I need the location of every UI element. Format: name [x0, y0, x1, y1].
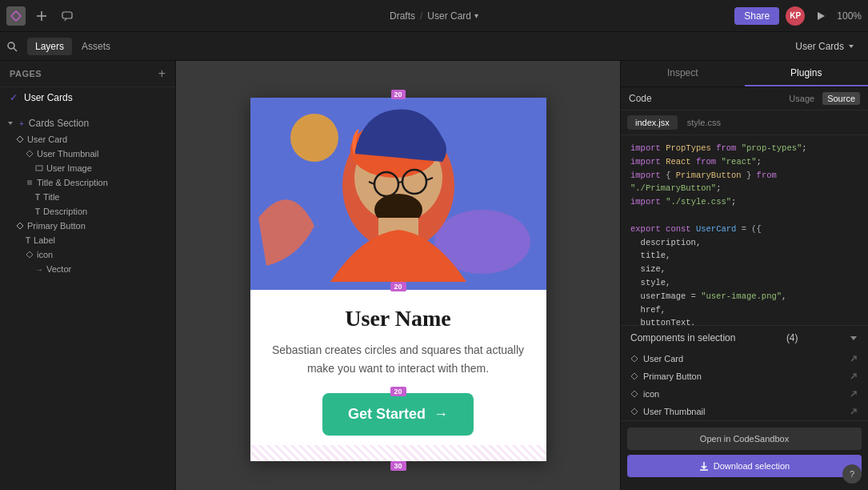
- diamond-icon: [26, 251, 34, 259]
- svg-marker-5: [849, 45, 854, 48]
- breadcrumb: Drafts / User Card ▾: [182, 10, 686, 22]
- zoom-level[interactable]: 100%: [837, 10, 862, 22]
- code-line-1: import PropTypes from "prop-types";: [630, 142, 858, 155]
- drafts-link[interactable]: Drafts: [390, 10, 415, 22]
- code-line-8: size,: [630, 263, 858, 276]
- comment-icon[interactable]: [58, 6, 77, 26]
- breadcrumb-separator: /: [420, 10, 422, 22]
- assets-tab[interactable]: Assets: [74, 38, 118, 55]
- canvas-area[interactable]: User Card 20: [176, 61, 620, 490]
- right-panel-tabs: Inspect Plugins: [621, 61, 868, 87]
- open-sandbox-button[interactable]: Open in CodeSandbox: [627, 428, 862, 450]
- style-css-tab[interactable]: style.css: [679, 115, 729, 130]
- components-chevron-icon[interactable]: [849, 333, 858, 343]
- components-title: Components in selection: [630, 332, 735, 343]
- section-plus-icon: +: [19, 119, 24, 128]
- layer-vector[interactable]: → Vector: [0, 262, 175, 276]
- help-section: ?: [621, 484, 868, 490]
- code-header-label: Code: [629, 93, 652, 104]
- layer-title-desc[interactable]: Title & Description: [0, 175, 175, 190]
- comp-link-icon: [849, 389, 858, 399]
- pages-title: Pages: [10, 69, 42, 78]
- svg-line-24: [398, 182, 402, 183]
- share-button[interactable]: Share: [734, 7, 779, 25]
- layers-tab[interactable]: Layers: [27, 38, 72, 55]
- user-cards-button[interactable]: User Cards: [789, 38, 862, 55]
- card-body: User Name Sebastian creates circles and …: [250, 290, 546, 461]
- page-item-usercards[interactable]: ✓ User Cards: [0, 87, 175, 108]
- cards-section-header[interactable]: + Cards Section: [0, 114, 175, 132]
- dashed-bottom-area: [250, 445, 546, 461]
- layer-user-thumbnail[interactable]: User Thumbnail: [0, 147, 175, 161]
- comp-item-userthumbnail[interactable]: User Thumbnail: [621, 403, 868, 420]
- get-started-button[interactable]: Get Started →: [322, 393, 474, 436]
- topbar: Drafts / User Card ▾ Share KP 100%: [0, 0, 868, 32]
- download-icon: [699, 461, 709, 471]
- layers-section: + Cards Section User Card User Thumbnail: [0, 108, 175, 490]
- code-line-11: href,: [630, 303, 858, 317]
- current-page[interactable]: User Card ▾: [427, 10, 478, 22]
- topbar-right: Share KP 100%: [686, 6, 862, 26]
- move-tool-icon[interactable]: [32, 6, 51, 26]
- diamond-icon: [16, 135, 24, 143]
- code-line-6: description,: [630, 236, 858, 250]
- search-button[interactable]: [6, 41, 18, 52]
- comp-link-icon: [849, 372, 858, 381]
- index-jsx-tab[interactable]: index.jsx: [627, 115, 678, 130]
- usage-source-tabs: Usage Source: [784, 92, 860, 105]
- layer-primary-button[interactable]: Primary Button: [0, 219, 175, 233]
- spacing-badge-top: 20: [390, 90, 405, 99]
- present-icon[interactable]: [811, 6, 830, 26]
- bottom-actions: Open in CodeSandbox Download selection: [621, 420, 868, 484]
- code-line-5: export const UserCard = ({: [630, 223, 858, 236]
- help-button[interactable]: ?: [842, 464, 862, 484]
- user-card: 20 User Name Sebastian creates circles a…: [250, 98, 546, 461]
- add-page-button[interactable]: +: [158, 67, 166, 80]
- file-tabs: index.jsx style.css: [621, 110, 868, 135]
- layer-title[interactable]: T Title: [0, 190, 175, 204]
- layer-user-card[interactable]: User Card: [0, 132, 175, 147]
- svg-marker-2: [818, 12, 825, 20]
- code-blank-1: [630, 209, 858, 223]
- app-root: Drafts / User Card ▾ Share KP 100% Layer…: [0, 0, 868, 490]
- spacing-badge-inner: 20: [390, 387, 406, 396]
- layer-label[interactable]: T Label: [0, 233, 175, 247]
- text-icon: T: [35, 193, 40, 202]
- download-selection-button[interactable]: Download selection: [627, 455, 862, 477]
- svg-marker-29: [850, 336, 857, 340]
- code-line-3: import { PrimaryButton } from "./Primary…: [630, 169, 858, 196]
- app-logo[interactable]: [6, 6, 26, 26]
- card-user-name: User Name: [266, 306, 530, 331]
- left-panel: Pages + ✓ User Cards + Cards Section Use…: [0, 61, 176, 490]
- svg-marker-14: [26, 251, 33, 258]
- diamond-icon: [26, 150, 34, 158]
- image-icon: [35, 164, 43, 172]
- svg-point-17: [290, 114, 338, 162]
- svg-marker-32: [631, 391, 638, 397]
- code-line-7: title,: [630, 249, 858, 263]
- comp-diamond-icon: [630, 372, 638, 380]
- section-label: Cards Section: [29, 118, 89, 129]
- comp-item-primarybutton[interactable]: Primary Button: [621, 368, 868, 385]
- layer-icon[interactable]: icon: [0, 247, 175, 262]
- usage-tab[interactable]: Usage: [784, 92, 819, 105]
- plugins-tab[interactable]: Plugins: [745, 61, 869, 86]
- inspect-tab[interactable]: Inspect: [621, 61, 745, 86]
- code-line-4: import "./style.css";: [630, 195, 858, 209]
- spacing-badge-bottom: 30: [390, 461, 406, 471]
- button-arrow-icon: →: [434, 406, 448, 423]
- pages-header: Pages +: [0, 61, 175, 87]
- text-icon: T: [35, 207, 40, 216]
- diamond-icon: [16, 222, 24, 230]
- svg-line-4: [14, 48, 17, 51]
- layer-user-image[interactable]: User Image: [0, 161, 175, 175]
- comp-item-usercard[interactable]: User Card: [621, 350, 868, 368]
- comp-item-icon[interactable]: icon: [621, 385, 868, 403]
- layer-description[interactable]: T Description: [0, 204, 175, 219]
- lines-icon: [26, 179, 34, 187]
- svg-marker-6: [8, 122, 13, 125]
- svg-marker-0: [11, 11, 21, 21]
- code-line-2: import React from "react";: [630, 155, 858, 169]
- svg-marker-7: [17, 136, 23, 143]
- source-tab[interactable]: Source: [822, 92, 860, 105]
